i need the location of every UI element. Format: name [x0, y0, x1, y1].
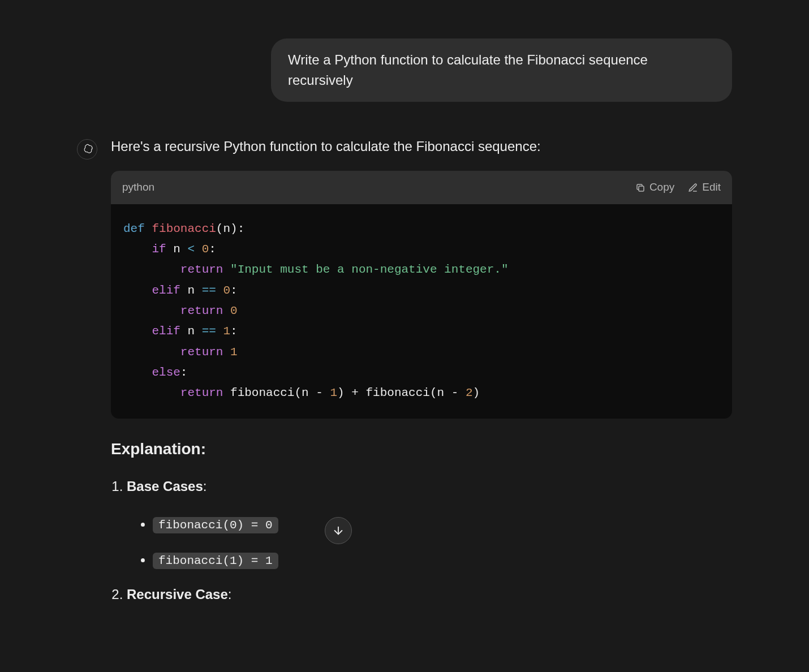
code-header: python Copy	[111, 171, 732, 204]
assistant-avatar	[77, 139, 97, 160]
list-item: Base Cases: fibonacci(0) = 0 fibonacci(1…	[127, 476, 732, 571]
svg-rect-0	[639, 186, 644, 191]
bullet-list: fibonacci(0) = 0 fibonacci(1) = 1	[127, 513, 732, 570]
code-block: python Copy	[111, 171, 732, 418]
edit-icon	[688, 183, 698, 193]
copy-button[interactable]: Copy	[635, 179, 674, 196]
code-language-label: python	[122, 179, 154, 196]
conversation: Write a Python function to calculate the…	[68, 0, 741, 628]
openai-icon	[81, 143, 93, 156]
edit-label: Edit	[702, 179, 721, 196]
explanation-list: Base Cases: fibonacci(0) = 0 fibonacci(1…	[111, 476, 732, 606]
user-message-row: Write a Python function to calculate the…	[68, 38, 741, 102]
user-message: Write a Python function to calculate the…	[271, 38, 732, 102]
explanation-heading: Explanation:	[111, 437, 732, 462]
copy-icon	[635, 183, 646, 193]
copy-label: Copy	[649, 179, 674, 196]
assistant-message-row: Here's a recursive Python function to ca…	[68, 136, 741, 617]
assistant-intro-text: Here's a recursive Python function to ca…	[111, 136, 732, 157]
inline-code: fibonacci(0) = 0	[153, 517, 278, 533]
list-item-title: Base Cases	[127, 479, 203, 494]
inline-code: fibonacci(1) = 1	[153, 553, 278, 569]
edit-button[interactable]: Edit	[688, 179, 721, 196]
bullet-item: fibonacci(1) = 1	[153, 549, 732, 571]
colon: :	[203, 479, 207, 494]
bullet-item: fibonacci(0) = 0	[153, 513, 732, 535]
list-item: Recursive Case:	[127, 584, 732, 605]
code-content[interactable]: def fibonacci(n): if n < 0: return "Inpu…	[111, 204, 732, 419]
colon: :	[228, 587, 232, 602]
list-item-title: Recursive Case	[127, 587, 228, 602]
scroll-down-button[interactable]	[325, 517, 352, 544]
assistant-content: Here's a recursive Python function to ca…	[111, 136, 732, 617]
code-actions: Copy Edit	[635, 179, 721, 196]
user-message-text: Write a Python function to calculate the…	[288, 52, 648, 88]
arrow-down-icon	[332, 524, 345, 537]
